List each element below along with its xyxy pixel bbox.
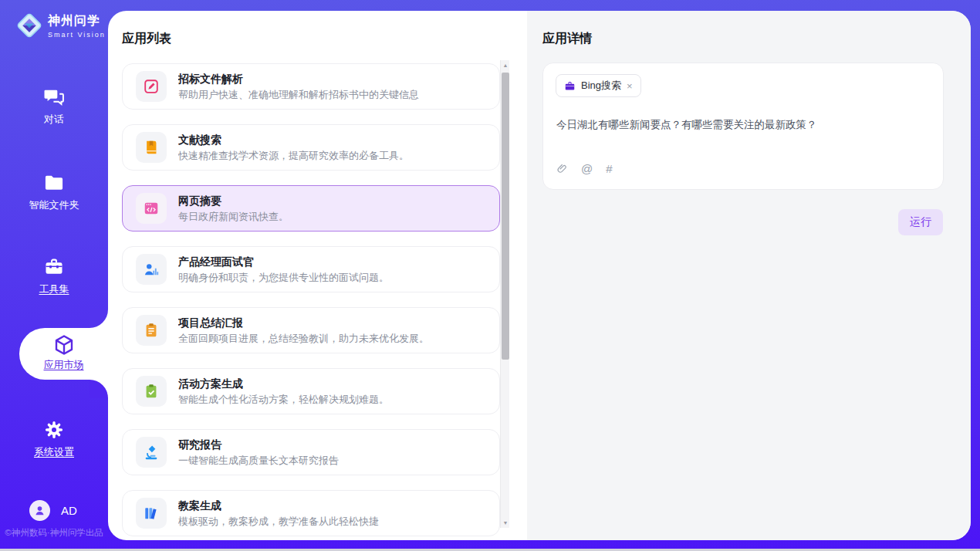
sidebar-item-chat[interactable]: 对话 — [0, 86, 108, 127]
sidebar-item-label: 应用市场 — [19, 358, 108, 372]
copyright-text: ©神州数码·神州问学出品 — [0, 527, 108, 539]
app-card-desc: 全面回顾项目进展，总结经验教训，助力未来优化发展。 — [178, 332, 429, 346]
book-icon — [143, 139, 160, 156]
app-card-lesson-plan[interactable]: 教案生成 模板驱动，教案秒成，教学准备从此轻松快捷 — [122, 490, 500, 536]
app-card-title: 活动方案生成 — [178, 377, 389, 390]
scroll-down-arrow[interactable]: ▼ — [501, 520, 510, 526]
close-icon[interactable]: × — [627, 81, 633, 91]
app-card-title: 研究报告 — [178, 438, 339, 451]
sidebar-item-label: 智能文件夹 — [0, 198, 108, 212]
browser-code-icon — [143, 200, 160, 217]
app-card-desc: 模板驱动，教案秒成，教学准备从此轻松快捷 — [178, 515, 379, 529]
run-button[interactable]: 运行 — [898, 209, 943, 235]
app-card-web-summary[interactable]: 网页摘要 每日政府新闻资讯快查。 — [122, 185, 500, 232]
clipboard-check-icon — [143, 383, 160, 400]
sidebar: 神州问学 Smart Vision 对话 智能文件夹 — [0, 0, 108, 549]
folder-icon — [43, 172, 65, 194]
bubble-fillet-top — [90, 309, 108, 328]
icon-box — [136, 437, 167, 468]
list-scrollbar[interactable]: ▲ ▼ — [500, 60, 509, 528]
icon-box — [136, 498, 167, 529]
app-card-tender-parse[interactable]: 招标文件解析 帮助用户快速、准确地理解和解析招标书中的关键信息 — [122, 63, 500, 110]
brand-logo: 神州问学 Smart Vision — [14, 10, 106, 41]
microscope-icon — [143, 444, 160, 461]
app-card-title: 项目总结汇报 — [178, 316, 429, 330]
main-content: 应用列表 招标文件解析 帮助用户快速、准确地理解和解析招标书中的关键信息 — [108, 11, 971, 540]
app-detail-panel: 应用详情 Bing搜索 × 今日湖北有哪些新闻要点？有哪些需要关注的最新政策？ — [527, 11, 971, 540]
app-card-research-report[interactable]: 研究报告 一键智能生成高质量长文本研究报告 — [122, 429, 500, 475]
app-card-title: 教案生成 — [178, 499, 379, 512]
app-card-desc: 智能生成个性化活动方案，轻松解决规划难题。 — [178, 393, 389, 407]
icon-box — [136, 71, 167, 102]
sidebar-item-settings[interactable]: 系统设置 — [0, 419, 108, 459]
app-card-desc: 帮助用户快速、准确地理解和解析招标书中的关键信息 — [178, 88, 419, 102]
scrollbar-thumb[interactable] — [502, 73, 509, 360]
icon-box — [136, 132, 167, 163]
app-card-event-plan[interactable]: 活动方案生成 智能生成个性化活动方案，轻松解决规划难题。 — [122, 368, 500, 414]
interviewer-icon — [143, 261, 160, 278]
brand-name: 神州问学 — [48, 13, 106, 29]
attachment-toolbar: @ # — [556, 162, 613, 175]
icon-box — [136, 254, 167, 285]
paperclip-icon[interactable] — [556, 162, 568, 175]
app-card-desc: 明确身份和职责，为您提供专业性的面试问题。 — [178, 271, 389, 285]
app-window: 神州问学 Smart Vision 对话 智能文件夹 — [0, 0, 980, 551]
user-account[interactable]: AD — [29, 500, 77, 521]
sidebar-item-label: 工具集 — [0, 282, 108, 296]
app-card-title: 网页摘要 — [178, 194, 289, 208]
at-icon[interactable]: @ — [581, 163, 593, 174]
brand-subtitle: Smart Vision — [48, 31, 106, 39]
app-card-title: 招标文件解析 — [178, 72, 419, 86]
user-initials: AD — [61, 504, 77, 517]
tool-chip-label: Bing搜索 — [581, 79, 621, 93]
sidebar-item-toolset[interactable]: 工具集 — [0, 256, 108, 296]
sidebar-item-label: 对话 — [0, 113, 108, 127]
diamond-logo-icon — [14, 10, 45, 41]
query-input[interactable]: 今日湖北有哪些新闻要点？有哪些需要关注的最新政策？ — [556, 117, 931, 133]
app-card-desc: 每日政府新闻资讯快查。 — [178, 210, 289, 224]
app-list-title: 应用列表 — [122, 31, 171, 47]
books-icon — [143, 505, 160, 522]
app-card-project-summary[interactable]: 项目总结汇报 全面回顾项目进展，总结经验教训，助力未来优化发展。 — [122, 307, 500, 353]
purple-frame: 神州问学 Smart Vision 对话 智能文件夹 — [0, 0, 980, 549]
app-card-title: 产品经理面试官 — [178, 255, 389, 269]
cube-icon — [52, 333, 76, 357]
sidebar-item-smart-folder[interactable]: 智能文件夹 — [0, 172, 108, 212]
sidebar-item-label: 系统设置 — [0, 445, 108, 459]
app-card-desc: 快速精准查找学术资源，提高研究效率的必备工具。 — [178, 149, 409, 163]
pen-square-icon — [143, 78, 160, 95]
gear-icon — [43, 419, 65, 441]
app-detail-title: 应用详情 — [542, 31, 592, 47]
clipboard-icon — [143, 322, 160, 339]
person-icon — [33, 504, 46, 517]
icon-box — [136, 193, 167, 224]
app-list: 招标文件解析 帮助用户快速、准确地理解和解析招标书中的关键信息 文献搜索 — [122, 63, 500, 540]
app-card-desc: 一键智能生成高质量长文本研究报告 — [178, 454, 339, 468]
avatar — [29, 500, 50, 521]
scroll-up-arrow[interactable]: ▲ — [501, 63, 510, 68]
icon-box — [136, 315, 167, 346]
app-card-literature-search[interactable]: 文献搜索 快速精准查找学术资源，提高研究效率的必备工具。 — [122, 124, 500, 171]
icon-box — [136, 376, 167, 407]
tool-chip-bing-search[interactable]: Bing搜索 × — [556, 74, 641, 97]
bubble-fillet-bottom — [90, 380, 108, 398]
app-card-pm-interviewer[interactable]: 产品经理面试官 明确身份和职责，为您提供专业性的面试问题。 — [122, 246, 500, 292]
app-card-title: 文献搜索 — [178, 133, 409, 147]
hash-icon[interactable]: # — [606, 163, 612, 174]
chat-icon — [43, 86, 65, 108]
briefcase-icon — [564, 80, 576, 92]
query-card: Bing搜索 × 今日湖北有哪些新闻要点？有哪些需要关注的最新政策？ @ # — [542, 63, 944, 190]
sidebar-item-app-market[interactable]: 应用市场 — [19, 328, 108, 380]
toolbox-icon — [43, 256, 65, 278]
